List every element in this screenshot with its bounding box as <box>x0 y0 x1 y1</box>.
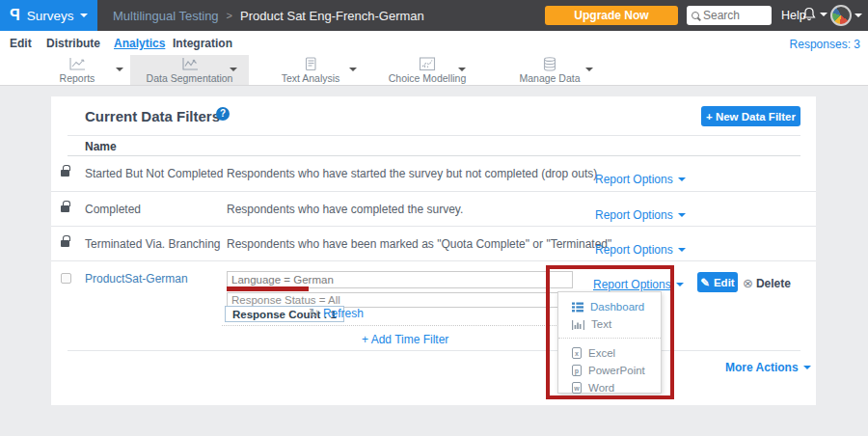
delete-circle-x-icon: ⊗ <box>743 276 753 290</box>
avatar <box>830 5 852 26</box>
filter-name: Started But Not Completed <box>85 167 223 180</box>
lock-icon <box>61 240 69 247</box>
delete-button[interactable]: ⊗ Delete <box>743 276 791 290</box>
more-actions-label: More Actions <box>725 361 799 374</box>
search-box[interactable] <box>687 6 772 25</box>
menu-item-label: Excel <box>588 347 615 359</box>
refresh-icon: ↻ <box>309 308 319 319</box>
chevron-down-icon <box>820 13 827 16</box>
report-options-menu: Dashboard Text x Excel p PowerPoint w Wo… <box>557 291 662 394</box>
dashboard-list-icon <box>572 302 583 313</box>
search-icon <box>692 12 699 19</box>
tab-edit[interactable]: Edit <box>10 37 32 50</box>
module-reports[interactable]: Reports <box>24 55 130 85</box>
filter-description: Respondents who have been marked as "Quo… <box>227 237 611 251</box>
breadcrumb-separator: > <box>227 10 232 21</box>
survey-nav: Edit Distribute Analytics Integration Re… <box>0 31 868 55</box>
lock-icon <box>61 205 69 212</box>
breadcrumb: Multilingual Testing > Product Sat Eng-F… <box>113 0 424 31</box>
edit-label: Edit <box>714 277 735 288</box>
segmentation-chart-icon <box>181 57 199 71</box>
report-options-link[interactable]: Report Options <box>595 243 686 257</box>
breadcrumb-survey-name: Product Sat Eng-French-German <box>240 9 424 23</box>
menu-item-word[interactable]: w Word <box>558 379 661 396</box>
menu-item-label: PowerPoint <box>588 365 645 376</box>
more-actions-link[interactable]: More Actions <box>725 361 811 374</box>
tab-analytics[interactable]: Analytics <box>114 37 165 50</box>
notifications-menu[interactable] <box>802 7 827 21</box>
name-column-header: Name <box>85 140 117 153</box>
row-checkbox[interactable] <box>61 273 71 284</box>
report-options-label: Report Options <box>595 173 673 186</box>
bar-chart-icon <box>572 319 584 330</box>
menu-item-excel[interactable]: x Excel <box>558 344 661 362</box>
menu-divider <box>558 338 661 339</box>
filter-name: Completed <box>85 203 141 216</box>
module-label: Data Segmentation <box>147 72 233 84</box>
analytics-toolbar: Reports Data Segmentation Text Analysis <box>0 55 868 86</box>
manage-data-dropdown-icon[interactable] <box>585 68 593 71</box>
text-analysis-icon <box>303 57 318 71</box>
line-chart-icon <box>68 57 86 71</box>
chevron-down-icon <box>678 177 686 181</box>
chevron-down-icon <box>803 366 811 369</box>
surveys-menu-label: Surveys <box>27 9 74 23</box>
table-row-active: ProductSat-German Response Count : 1 ↻ R… <box>51 260 816 350</box>
menu-item-label: Dashboard <box>590 301 644 313</box>
responses-count[interactable]: Responses: 3 <box>790 38 860 51</box>
module-label: Choice Modelling <box>389 72 467 84</box>
filter-name[interactable]: ProductSat-German <box>85 272 188 286</box>
chevron-down-icon <box>80 14 88 17</box>
table-row: Completed Respondents who have completed… <box>51 191 816 226</box>
questionpro-logo: P <box>10 7 20 24</box>
app-window: P Surveys Multilingual Testing > Product… <box>0 0 868 436</box>
edit-pencil-icon: ✎ <box>700 276 710 289</box>
surveys-menu[interactable]: P Surveys <box>0 0 97 31</box>
edit-button[interactable]: ✎ Edit <box>697 272 738 292</box>
report-options-link[interactable]: Report Options <box>595 173 686 186</box>
filter-description: Respondents who have completed the surve… <box>227 203 463 216</box>
word-file-icon: w <box>572 382 582 394</box>
table-row: Started But Not Completed Respondents wh… <box>51 156 816 191</box>
bell-icon <box>802 7 816 21</box>
data-segmentation-dropdown-icon[interactable] <box>230 68 237 71</box>
menu-item-label: Word <box>588 382 614 394</box>
module-label: Reports <box>60 72 95 84</box>
choice-modelling-dropdown-icon[interactable] <box>458 68 466 71</box>
add-time-filter-link[interactable]: + Add Time Filter <box>362 333 448 346</box>
choice-modelling-icon <box>419 57 436 71</box>
reports-dropdown-icon[interactable] <box>116 68 123 71</box>
refresh-link[interactable]: ↻ Refresh <box>309 307 364 320</box>
table-row: Terminated Via. Branching Respondents wh… <box>51 226 816 260</box>
filter-condition-input[interactable] <box>227 271 573 288</box>
menu-item-label: Text <box>591 318 611 330</box>
lock-icon <box>61 170 69 177</box>
chevron-down-icon <box>854 14 862 17</box>
breadcrumb-folder-link[interactable]: Multilingual Testing <box>113 9 219 23</box>
menu-item-powerpoint[interactable]: p PowerPoint <box>558 362 661 379</box>
top-bar: P Surveys Multilingual Testing > Product… <box>0 0 868 31</box>
excel-file-icon: x <box>572 347 582 359</box>
report-options-link[interactable]: Report Options <box>595 208 686 222</box>
module-label: Manage Data <box>519 72 580 84</box>
help-question-icon[interactable]: ? <box>216 107 230 121</box>
menu-item-dashboard[interactable]: Dashboard <box>558 298 661 315</box>
module-label: Text Analysis <box>282 72 340 84</box>
tab-integration[interactable]: Integration <box>173 37 232 50</box>
account-menu[interactable] <box>830 5 862 26</box>
text-analysis-dropdown-icon[interactable] <box>349 68 357 71</box>
search-input[interactable] <box>703 9 763 22</box>
report-options-label: Report Options <box>595 243 673 257</box>
module-text-analysis[interactable]: Text Analysis <box>258 55 364 85</box>
report-options-link-open[interactable]: Report Options <box>593 278 684 291</box>
upgrade-now-button[interactable]: Upgrade Now <box>545 6 678 25</box>
menu-item-text[interactable]: Text <box>558 315 661 333</box>
refresh-label: Refresh <box>323 307 364 320</box>
page-title: Current Data Filters <box>85 108 220 124</box>
database-icon <box>542 57 557 71</box>
powerpoint-file-icon: p <box>572 365 582 376</box>
filter-description: Respondents who have started the survey … <box>227 167 597 180</box>
tab-distribute[interactable]: Distribute <box>46 37 100 50</box>
new-data-filter-button[interactable]: + New Data Filter <box>701 106 800 126</box>
divider <box>68 135 800 136</box>
